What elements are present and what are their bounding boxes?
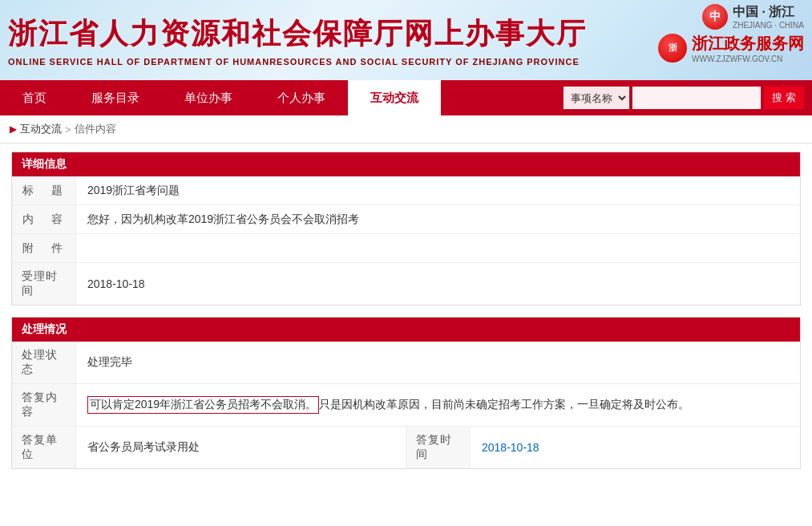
detail-label-attachment: 附 件 [12, 234, 76, 262]
detail-section-body: 标 题 2019浙江省考问题 内 容 您好，因为机构改革2019浙江省公务员会不… [12, 176, 800, 305]
gov-service-logo: 浙 浙江政务服务网 WWW.ZJZWFW.GOV.CN [658, 33, 804, 63]
reply-date-col: 答复时间 2018-10-18 [406, 427, 800, 468]
reply-date-value: 2018-10-18 [471, 427, 800, 468]
nav-personal-service[interactable]: 个人办事 [255, 80, 348, 115]
detail-value-date: 2018-10-18 [76, 263, 800, 305]
breadcrumb-separator: > [65, 123, 71, 136]
reply-rest-text: 只是因机构改革原因，目前尚未确定招考工作方案，一旦确定将及时公布。 [319, 398, 689, 412]
breadcrumb-home[interactable]: 互动交流 [20, 122, 62, 136]
site-subtitle: ONLINE SERVICE HALL OF DEPARTMENT OF HUM… [8, 57, 587, 67]
china-logo-circle: 中 [702, 4, 728, 30]
process-row-unit-date: 答复单位 省公务员局考试录用处 答复时间 2018-10-18 [12, 427, 800, 468]
nav-bar: 首页 服务目录 单位办事 个人办事 互动交流 事项名称 搜 索 [0, 80, 812, 115]
process-label-reply: 答复内容 [12, 384, 76, 426]
reply-columns: 答复单位 省公务员局考试录用处 答复时间 2018-10-18 [12, 427, 800, 468]
reply-highlighted-text: 可以肯定2019年浙江省公务员招考不会取消。 [87, 396, 319, 414]
nav-home[interactable]: 首页 [0, 80, 69, 115]
detail-value-attachment [76, 234, 800, 262]
china-zhejiang-text: 中国 · 浙江 ZHEJIANG · CHINA [733, 4, 804, 30]
detail-section: 详细信息 标 题 2019浙江省考问题 内 容 您好，因为机构改革2019浙江省… [11, 152, 801, 305]
detail-value-title: 2019浙江省考问题 [76, 176, 800, 204]
gov-service-en: WWW.ZJZWFW.GOV.CN [692, 55, 804, 63]
detail-section-header: 详细信息 [12, 152, 800, 176]
process-section-header: 处理情况 [12, 318, 800, 342]
reply-unit-col: 答复单位 省公务员局考试录用处 [12, 427, 406, 468]
process-section: 处理情况 处理状态 处理完毕 答复内容 可以肯定2019年浙江省公务员招考不会取… [11, 317, 801, 469]
process-label-status: 处理状态 [12, 342, 76, 383]
reply-unit-label: 答复单位 [12, 427, 76, 468]
header-right: 中 中国 · 浙江 ZHEJIANG · CHINA 浙 浙江政务服务网 WWW… [658, 4, 804, 63]
reply-date-label: 答复时间 [406, 427, 471, 468]
detail-row-attachment: 附 件 [12, 234, 800, 263]
search-input[interactable] [632, 87, 761, 109]
detail-value-content: 您好，因为机构改革2019浙江省公务员会不会取消招考 [76, 205, 800, 233]
nav-service-catalog[interactable]: 服务目录 [69, 80, 162, 115]
detail-label-date: 受理时间 [12, 263, 76, 305]
breadcrumb-arrow-icon: ▶ [10, 123, 17, 135]
process-row-reply: 答复内容 可以肯定2019年浙江省公务员招考不会取消。 只是因机构改革原因，目前… [12, 384, 800, 427]
detail-row-title: 标 题 2019浙江省考问题 [12, 176, 800, 205]
breadcrumb-current: 信件内容 [75, 122, 116, 136]
site-header: 浙江省人力资源和社会保障厅网上办事大厅 ONLINE SERVICE HALL … [0, 0, 812, 80]
china-zhejiang-logo: 中 中国 · 浙江 ZHEJIANG · CHINA [702, 4, 804, 30]
nav-unit-service[interactable]: 单位办事 [162, 80, 255, 115]
search-category-select[interactable]: 事项名称 [564, 87, 629, 109]
search-button[interactable]: 搜 索 [764, 87, 804, 109]
gov-service-text: 浙江政务服务网 WWW.ZJZWFW.GOV.CN [692, 33, 804, 63]
gov-circle-icon: 浙 [658, 34, 687, 63]
gov-service-cn: 浙江政务服务网 [692, 33, 804, 55]
breadcrumb: ▶ 互动交流 > 信件内容 [0, 115, 812, 144]
reply-unit-value: 省公务员局考试录用处 [76, 427, 406, 468]
process-value-status: 处理完毕 [76, 342, 800, 383]
nav-search-area: 事项名称 搜 索 [564, 87, 812, 109]
detail-label-title: 标 题 [12, 176, 76, 204]
process-section-body: 处理状态 处理完毕 答复内容 可以肯定2019年浙江省公务员招考不会取消。 只是… [12, 342, 800, 468]
nav-interaction[interactable]: 互动交流 [348, 80, 441, 115]
detail-label-content: 内 容 [12, 205, 76, 233]
detail-row-content: 内 容 您好，因为机构改革2019浙江省公务员会不会取消招考 [12, 205, 800, 234]
process-value-reply: 可以肯定2019年浙江省公务员招考不会取消。 只是因机构改革原因，目前尚未确定招… [76, 384, 800, 426]
china-zhejiang-en: ZHEJIANG · CHINA [733, 21, 804, 30]
process-row-status: 处理状态 处理完毕 [12, 342, 800, 384]
china-zhejiang-cn: 中国 · 浙江 [733, 4, 804, 21]
site-title: 浙江省人力资源和社会保障厅网上办事大厅 [8, 14, 587, 54]
detail-row-date: 受理时间 2018-10-18 [12, 263, 800, 305]
main-content: 详细信息 标 题 2019浙江省考问题 内 容 您好，因为机构改革2019浙江省… [0, 144, 812, 488]
header-left: 浙江省人力资源和社会保障厅网上办事大厅 ONLINE SERVICE HALL … [8, 0, 587, 80]
